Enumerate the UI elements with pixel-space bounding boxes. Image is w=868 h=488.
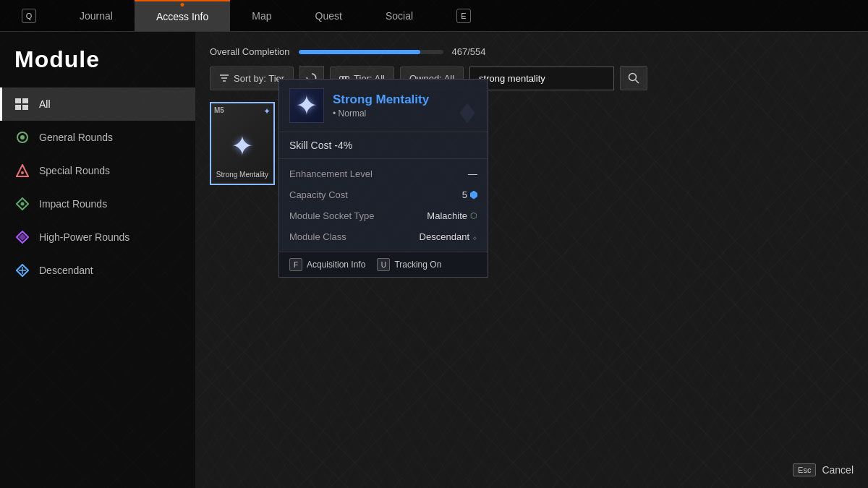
class-label: Module Class [289, 231, 346, 242]
journal-label: Journal [80, 10, 113, 22]
acquisition-info-btn[interactable]: F Acquisition Info [289, 258, 365, 271]
detail-row-capacity: Capacity Cost 5 [279, 184, 488, 205]
detail-row-enhancement: Enhancement Level — [279, 163, 488, 184]
sidebar-item-high-power-rounds[interactable]: High-Power Rounds [0, 221, 195, 254]
sidebar: Module All General Rounds [0, 32, 195, 488]
search-icon [628, 72, 639, 84]
map-label: Map [252, 10, 271, 22]
completion-count: 467/554 [452, 46, 486, 57]
detail-skill-cost: Skill Cost -4% [279, 132, 488, 159]
right-content: Overall Completion 467/554 Sort by: Tier [195, 32, 868, 488]
nav-social[interactable]: Social [364, 0, 435, 31]
track-icon: ✦ [263, 106, 271, 116]
completion-label: Overall Completion [210, 46, 290, 57]
u-key: U [377, 258, 390, 271]
search-input[interactable] [469, 67, 614, 90]
nav-map[interactable]: Map [230, 0, 293, 31]
cancel-label: Cancel [822, 464, 854, 476]
malachite-icon: ⬡ [470, 211, 477, 221]
sort-icon [219, 73, 229, 83]
detail-star-icon [290, 87, 323, 124]
svg-point-5 [20, 135, 25, 140]
sidebar-all-label: All [39, 98, 51, 110]
svg-marker-6 [17, 165, 28, 176]
search-container [469, 67, 614, 90]
enhancement-label: Enhancement Level [289, 168, 373, 179]
tracking-btn[interactable]: U Tracking On [377, 258, 441, 271]
search-button[interactable] [620, 66, 647, 90]
svg-rect-1 [22, 98, 28, 103]
sidebar-descendant-label: Descendant [39, 265, 93, 276]
enhancement-value: — [468, 168, 477, 179]
detail-row-class: Module Class Descendant ⬦ [279, 226, 488, 247]
detail-subtitle: Normal [333, 108, 429, 119]
star-burst-icon [224, 128, 260, 164]
nav-quest[interactable]: Quest [294, 0, 364, 31]
descendant-icon [14, 262, 30, 278]
progress-fill [299, 50, 420, 54]
sidebar-item-general-rounds[interactable]: General Rounds [0, 121, 195, 154]
detail-rows: Enhancement Level — Capacity Cost 5 Modu… [279, 159, 488, 252]
f-key: F [289, 258, 302, 271]
detail-icon [289, 88, 324, 123]
svg-point-7 [21, 171, 24, 174]
detail-row-socket: Module Socket Type Malachite ⬡ [279, 205, 488, 226]
general-rounds-icon [14, 129, 30, 145]
socket-value: Malachite ⬡ [427, 210, 477, 221]
nav-q-key[interactable]: Q [0, 0, 58, 31]
descendant-badge-icon: ⬦ [472, 233, 477, 241]
sidebar-item-all[interactable]: All [0, 87, 195, 121]
e-key-badge: E [456, 9, 471, 23]
top-navigation: Q Journal Access Info Map Quest Social E [0, 0, 868, 32]
impact-rounds-icon [14, 196, 30, 212]
module-card-strong-mentality[interactable]: M5 ✦ Strong Mentality [210, 102, 275, 185]
sidebar-item-impact-rounds[interactable]: Impact Rounds [0, 187, 195, 221]
capacity-value: 5 [462, 189, 477, 200]
svg-point-9 [21, 202, 25, 206]
access-info-label: Access Info [156, 11, 208, 22]
social-label: Social [386, 10, 413, 22]
svg-rect-0 [15, 98, 21, 103]
detail-title-block: Strong Mentality Normal [333, 93, 429, 119]
svg-line-22 [636, 80, 639, 84]
q-key-badge: Q [22, 9, 36, 23]
sidebar-item-special-rounds[interactable]: Special Rounds [0, 154, 195, 187]
main-content: Module All General Rounds [0, 32, 868, 488]
completion-bar: Overall Completion 467/554 [210, 46, 854, 57]
page-title: Module [0, 46, 195, 87]
cancel-button[interactable]: Esc Cancel [793, 463, 854, 476]
sort-label: Sort by: Tier [234, 73, 284, 84]
active-dot [181, 3, 184, 7]
detail-panel: Strong Mentality Normal ⬧ Skill Cost -4%… [278, 79, 488, 278]
capacity-icon [470, 191, 477, 200]
sidebar-special-label: Special Rounds [39, 165, 110, 176]
nav-access-info[interactable]: Access Info [135, 0, 230, 31]
sidebar-item-descendant[interactable]: Descendant [0, 254, 195, 287]
detail-watermark: ⬧ [454, 83, 480, 133]
all-icon [14, 96, 30, 112]
class-value: Descendant ⬦ [420, 231, 477, 242]
svg-rect-2 [15, 105, 21, 110]
detail-title: Strong Mentality [333, 93, 429, 107]
socket-label: Module Socket Type [289, 210, 375, 221]
sidebar-impact-label: Impact Rounds [39, 198, 107, 210]
module-art [221, 124, 264, 168]
nav-journal[interactable]: Journal [58, 0, 135, 31]
svg-point-21 [629, 74, 637, 81]
acquisition-label: Acquisition Info [307, 260, 365, 270]
sidebar-general-label: General Rounds [39, 132, 113, 143]
nav-e-key[interactable]: E [435, 0, 493, 31]
special-rounds-icon [14, 163, 30, 179]
esc-key: Esc [793, 463, 816, 476]
tracking-label: Tracking On [394, 260, 441, 270]
quest-label: Quest [315, 10, 342, 22]
svg-rect-3 [22, 105, 28, 110]
high-power-rounds-icon [14, 229, 30, 245]
capacity-label: Capacity Cost [289, 189, 348, 200]
module-card-name: Strong Mentality [216, 171, 268, 179]
sidebar-highpower-label: High-Power Rounds [39, 231, 129, 243]
module-tier-badge: M5 [214, 106, 224, 114]
detail-header: Strong Mentality Normal ⬧ [279, 80, 488, 132]
detail-footer: F Acquisition Info U Tracking On [279, 252, 488, 277]
progress-track [299, 50, 443, 54]
